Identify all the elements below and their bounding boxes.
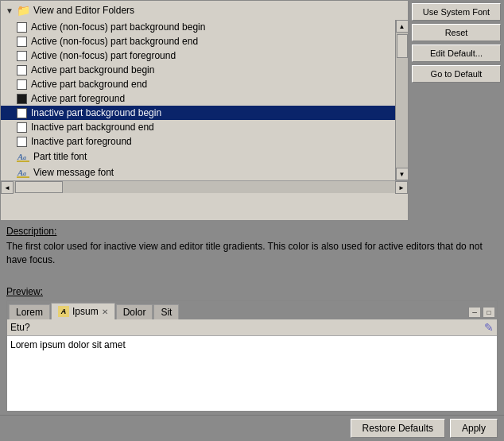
item-label-5: Active part foreground (31, 93, 125, 104)
scroll-right-arrow[interactable]: ► (395, 181, 408, 194)
tab-ipsum[interactable]: A Ipsum ✕ (51, 303, 115, 319)
tab-lorem-label: Lorem (16, 307, 43, 318)
maximize-button[interactable]: □ (483, 307, 495, 318)
editor-text: Lorem ipsum dolor sit amet (10, 339, 494, 350)
svg-text:a: a (23, 170, 26, 177)
list-item[interactable]: Active part background end (1, 77, 395, 91)
list-item[interactable]: Active (non-focus) part background begin (1, 20, 395, 34)
scroll-thumb[interactable] (397, 34, 408, 58)
list-item[interactable]: Active (non-focus) part background end (1, 34, 395, 48)
list-item[interactable]: Inactive part foreground (1, 134, 395, 149)
list-header-title: View and Editor Folders (33, 5, 134, 16)
list-with-scroll: Active (non-focus) part background begin… (1, 20, 408, 180)
minimize-button[interactable]: ─ (468, 307, 481, 318)
item-label-9: Part title font (33, 151, 87, 162)
go-to-default-button[interactable]: Go to Default (412, 65, 501, 83)
item-label-3: Active part background begin (31, 64, 154, 75)
list-item[interactable]: Inactive part background end (1, 120, 395, 134)
button-panel: Use System Font Reset Edit Default... Go… (409, 0, 504, 221)
item-label-6: Inactive part background begin (31, 107, 161, 118)
checkbox-8[interactable] (17, 137, 27, 147)
list-item[interactable]: Active part background begin (1, 63, 395, 77)
checkbox-2[interactable] (17, 51, 27, 61)
item-label-7: Inactive part background end (31, 122, 154, 133)
svg-text:a: a (23, 154, 26, 161)
preview-section: Preview: Lorem A Ipsum ✕ (0, 284, 504, 415)
item-label-2: Active (non-focus) part foreground (31, 50, 176, 61)
list-panel: ▼ 📁 View and Editor Folders Active (non-… (0, 0, 409, 221)
scroll-h-thumb[interactable] (15, 181, 63, 193)
main-container: ▼ 📁 View and Editor Folders Active (non-… (0, 0, 504, 441)
editor-content: Lorem ipsum dolor sit amet (7, 336, 497, 411)
tab-sit-label: Sit (161, 307, 172, 318)
checkbox-4[interactable] (17, 79, 27, 90)
preview-label: Preview: (6, 286, 498, 297)
horizontal-scrollbar[interactable]: ◄ ► (1, 180, 408, 193)
checkbox-7[interactable] (17, 122, 27, 133)
vertical-scrollbar[interactable]: ▲ ▼ (395, 20, 408, 180)
item-label-1: Active (non-focus) part background end (31, 36, 198, 47)
folder-icon: 📁 (17, 4, 30, 17)
checkbox-5[interactable] (17, 94, 27, 104)
scroll-track (14, 181, 395, 193)
list-item[interactable]: Active (non-focus) part foreground (1, 48, 395, 63)
checkbox-6[interactable] (17, 108, 27, 118)
tab-ipsum-label: Ipsum (72, 306, 99, 317)
reset-button[interactable]: Reset (412, 24, 501, 41)
font-icon-10: A a (17, 166, 29, 179)
scroll-up-arrow[interactable]: ▲ (396, 20, 409, 33)
apply-button[interactable]: Apply (450, 419, 498, 438)
tab-dolor-label: Dolor (123, 307, 146, 318)
list-item[interactable]: Active part foreground (1, 91, 395, 106)
list-items-container: Active (non-focus) part background begin… (1, 20, 395, 180)
restore-defaults-button[interactable]: Restore Defaults (351, 419, 445, 438)
list-item[interactable]: A a Part title font (1, 149, 395, 164)
edit-pencil-icon[interactable]: ✎ (484, 321, 494, 334)
description-section: Description: The first color used for in… (0, 221, 504, 284)
font-icon-9: A a (17, 150, 29, 163)
item-label-8: Inactive part foreground (31, 136, 132, 147)
tab-ipsum-icon: A (58, 306, 69, 317)
tab-ipsum-close[interactable]: ✕ (102, 308, 108, 316)
description-label: Description: (6, 226, 498, 237)
checkbox-1[interactable] (17, 37, 27, 47)
editor-address-bar: Etu? ✎ (7, 319, 497, 336)
use-system-font-button[interactable]: Use System Font (412, 3, 501, 21)
preview-editor: Lorem A Ipsum ✕ Dolor Sit (6, 300, 498, 412)
tab-sit[interactable]: Sit (153, 304, 179, 319)
edit-default-button[interactable]: Edit Default... (412, 44, 501, 62)
item-label-10: View message font (33, 167, 114, 178)
scroll-down-arrow[interactable]: ▼ (396, 168, 409, 180)
checkbox-3[interactable] (17, 65, 27, 75)
item-label-0: Active (non-focus) part background begin (31, 21, 205, 33)
bottom-buttons: Restore Defaults Apply (0, 415, 504, 441)
scroll-left-arrow[interactable]: ◄ (1, 181, 14, 194)
window-controls: ─ □ (468, 307, 495, 319)
expand-icon[interactable]: ▼ (6, 6, 14, 15)
tab-lorem[interactable]: Lorem (9, 304, 50, 319)
tabs-row: Lorem A Ipsum ✕ Dolor Sit (9, 303, 179, 319)
checkbox-0[interactable] (17, 22, 27, 33)
address-text: Etu? (10, 322, 481, 333)
list-header: ▼ 📁 View and Editor Folders (1, 1, 408, 20)
list-item[interactable]: A a View message font (1, 164, 395, 180)
item-label-4: Active part background end (31, 79, 147, 90)
top-section: ▼ 📁 View and Editor Folders Active (non-… (0, 0, 504, 221)
list-item-selected[interactable]: Inactive part background begin (1, 106, 395, 120)
description-text: The first color used for inactive view a… (6, 240, 498, 267)
tab-dolor[interactable]: Dolor (116, 304, 153, 319)
